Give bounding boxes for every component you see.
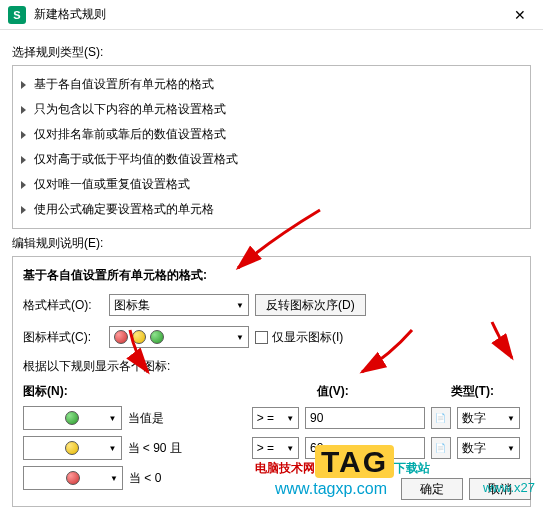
dropdown-arrow-icon: ▼ xyxy=(507,444,515,453)
circle-red-icon xyxy=(114,330,128,344)
reverse-order-button[interactable]: 反转图标次序(D) xyxy=(255,294,366,316)
rule-type-text: 只为包含以下内容的单元格设置格式 xyxy=(34,101,226,118)
checkbox-icon xyxy=(255,331,268,344)
type-combo[interactable]: 数字 ▼ xyxy=(457,437,520,459)
close-icon[interactable]: ✕ xyxy=(505,7,535,23)
dropdown-arrow-icon: ▼ xyxy=(507,414,515,423)
rule-type-item[interactable]: 只为包含以下内容的单元格设置格式 xyxy=(21,97,522,122)
type-combo[interactable]: 数字 ▼ xyxy=(457,407,520,429)
rule-type-item[interactable]: 仅对高于或低于平均值的数值设置格式 xyxy=(21,147,522,172)
format-style-combo[interactable]: 图标集 ▼ xyxy=(109,294,249,316)
condition-text: 当值是 xyxy=(128,410,246,427)
rule-type-item[interactable]: 仅对唯一值或重复值设置格式 xyxy=(21,172,522,197)
watermark-url2: www.x27 xyxy=(483,480,535,495)
icon-picker[interactable]: ▼ xyxy=(23,406,122,430)
circle-green-icon xyxy=(65,411,79,425)
circle-yellow-icon xyxy=(65,441,79,455)
edit-rule-desc-label: 编辑规则说明(E): xyxy=(12,235,531,252)
display-rules-subtext: 根据以下规则显示各个图标: xyxy=(23,358,520,375)
rule-type-item[interactable]: 仅对排名靠前或靠后的数值设置格式 xyxy=(21,122,522,147)
cell-reference-button[interactable]: 📄 xyxy=(431,437,451,459)
format-style-label: 格式样式(O): xyxy=(23,297,103,314)
operator-value: > = xyxy=(257,411,274,425)
dropdown-arrow-icon: ▼ xyxy=(109,444,117,453)
rule-type-text: 仅对排名靠前或靠后的数值设置格式 xyxy=(34,126,226,143)
dropdown-arrow-icon: ▼ xyxy=(236,333,244,342)
icon-style-label: 图标样式(C): xyxy=(23,329,103,346)
icon-picker[interactable]: ▼ xyxy=(23,436,122,460)
window-title: 新建格式规则 xyxy=(34,6,505,23)
format-style-value: 图标集 xyxy=(114,297,150,314)
condition-text: 当 < 0 xyxy=(129,470,249,487)
circle-green-icon xyxy=(150,330,164,344)
panel-title: 基于各自值设置所有单元格的格式: xyxy=(23,267,520,284)
ok-button[interactable]: 确定 xyxy=(401,478,463,500)
condition-text: 当 < 90 且 xyxy=(128,440,246,457)
show-icon-only-label: 仅显示图标(I) xyxy=(272,329,343,346)
operator-combo[interactable]: > = ▼ xyxy=(252,407,299,429)
type-value: 数字 xyxy=(462,410,486,427)
watermark-url: www.tagxp.com xyxy=(275,480,387,498)
watermark-text: 电脑技术网TAG下载站 xyxy=(255,445,430,479)
icon-style-combo[interactable]: ▼ xyxy=(109,326,249,348)
rule-type-text: 使用公式确定要设置格式的单元格 xyxy=(34,201,214,218)
select-rule-type-label: 选择规则类型(S): xyxy=(12,44,531,61)
rule-type-list: 基于各自值设置所有单元格的格式 只为包含以下内容的单元格设置格式 仅对排名靠前或… xyxy=(12,65,531,229)
icon-rule-row: ▼ 当值是 > = ▼ 📄 数字 ▼ xyxy=(23,406,520,430)
dropdown-arrow-icon: ▼ xyxy=(110,474,118,483)
show-icon-only-checkbox[interactable]: 仅显示图标(I) xyxy=(255,329,343,346)
circle-red-icon xyxy=(66,471,80,485)
dropdown-arrow-icon: ▼ xyxy=(286,414,294,423)
app-icon: S xyxy=(8,6,26,24)
rule-type-item[interactable]: 使用公式确定要设置格式的单元格 xyxy=(21,197,522,222)
value-column-header: 值(V): xyxy=(317,383,451,400)
icon-column-header: 图标(N): xyxy=(23,383,132,400)
rule-type-text: 仅对唯一值或重复值设置格式 xyxy=(34,176,190,193)
icon-picker[interactable]: ▼ xyxy=(23,466,123,490)
rule-type-text: 仅对高于或低于平均值的数值设置格式 xyxy=(34,151,238,168)
circle-yellow-icon xyxy=(132,330,146,344)
value-input[interactable] xyxy=(305,407,425,429)
rule-type-item[interactable]: 基于各自值设置所有单元格的格式 xyxy=(21,72,522,97)
cell-reference-button[interactable]: 📄 xyxy=(431,407,451,429)
type-value: 数字 xyxy=(462,440,486,457)
dropdown-arrow-icon: ▼ xyxy=(109,414,117,423)
dropdown-arrow-icon: ▼ xyxy=(236,301,244,310)
type-column-header: 类型(T): xyxy=(451,383,520,400)
rule-type-text: 基于各自值设置所有单元格的格式 xyxy=(34,76,214,93)
